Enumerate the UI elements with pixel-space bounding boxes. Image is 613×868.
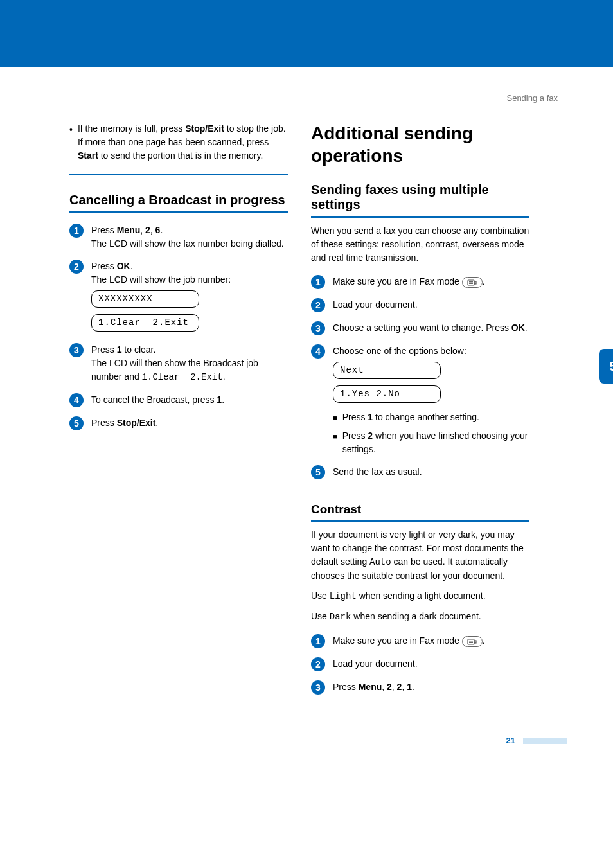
header-band xyxy=(0,0,613,67)
fax-mode-icon xyxy=(462,277,483,288)
additional-sending-heading: Additional sending operations xyxy=(311,122,529,167)
multi-settings-intro: When you send a fax you can choose any c… xyxy=(311,224,529,265)
note-text: If the memory is full, press Stop/Exit t… xyxy=(78,122,288,163)
multi-settings-steps: 1 Make sure you are in Fax mode . 2 Load… xyxy=(311,275,529,479)
step-number-5: 5 xyxy=(69,416,84,430)
cancel-broadcast-heading: Cancelling a Broadcast in progress xyxy=(69,193,288,208)
side-chapter-tab: 5 xyxy=(599,349,613,384)
step-text: Press 1 to clear.The LCD will then show … xyxy=(91,343,288,384)
step-text: Load your document. xyxy=(333,298,529,312)
contrast-para: Use Dark when sending a dark document. xyxy=(311,610,529,624)
sub-step-text: Press 2 when you have finished choosing … xyxy=(342,429,529,456)
heading-rule xyxy=(311,216,529,218)
step-text: Send the fax as usual. xyxy=(333,465,529,479)
step-text: Choose one of the options below: Next 1.… xyxy=(333,344,529,456)
square-bullet: ■ xyxy=(333,411,337,424)
step-number-3: 3 xyxy=(311,321,325,335)
step-text: Make sure you are in Fax mode . xyxy=(333,275,529,289)
contrast-steps: 1 Make sure you are in Fax mode . 2 Load… xyxy=(311,634,529,695)
breadcrumb-link: Sending a fax xyxy=(69,67,569,103)
svg-rect-6 xyxy=(474,641,476,643)
footer-bar xyxy=(523,738,567,744)
step-text: Choose a setting you want to change. Pre… xyxy=(333,321,529,335)
step-text: Press OK.The LCD will show the job numbe… xyxy=(91,260,288,334)
contrast-heading: Contrast xyxy=(311,502,529,517)
lcd-display: XXXXXXXXX xyxy=(91,290,199,308)
step-number-1: 1 xyxy=(311,275,325,289)
step-text: Load your document. xyxy=(333,657,529,671)
step-number-1: 1 xyxy=(311,634,325,648)
step-number-5: 5 xyxy=(311,465,325,479)
sub-step-text: Press 1 to change another setting. xyxy=(342,411,479,424)
right-column: Additional sending operations Sending fa… xyxy=(311,122,529,704)
step-number-2: 2 xyxy=(311,657,325,671)
heading-rule xyxy=(69,211,288,213)
lcd-display: Next xyxy=(333,362,441,379)
step-text: Press Stop/Exit. xyxy=(91,416,288,430)
step-text: Make sure you are in Fax mode . xyxy=(333,634,529,648)
step-number-3: 3 xyxy=(69,343,84,357)
note-block: • If the memory is full, press Stop/Exit… xyxy=(69,122,288,175)
step-number-1: 1 xyxy=(69,224,84,238)
bullet-dot: • xyxy=(69,122,73,163)
svg-rect-1 xyxy=(474,281,476,284)
square-bullet: ■ xyxy=(333,429,337,456)
lcd-display: 1.Clear 2.Exit xyxy=(91,314,199,332)
step-number-2: 2 xyxy=(69,260,84,274)
step-number-4: 4 xyxy=(311,344,325,359)
cancel-broadcast-steps: 1 Press Menu, 2, 6.The LCD will show the… xyxy=(69,224,288,430)
heading-rule xyxy=(311,520,529,522)
step-text: To cancel the Broadcast, press 1. xyxy=(91,393,288,407)
contrast-para: If your document is very light or very d… xyxy=(311,528,529,583)
step-text: Press Menu, 2, 2, 1. xyxy=(333,680,529,695)
step-text: Press Menu, 2, 6.The LCD will show the f… xyxy=(91,224,288,251)
multi-settings-heading: Sending faxes using multiple settings xyxy=(311,182,529,212)
step-number-2: 2 xyxy=(311,298,325,312)
fax-mode-icon xyxy=(462,636,483,647)
contrast-para: Use Light when sending a light document. xyxy=(311,589,529,603)
step-number-4: 4 xyxy=(69,393,84,407)
lcd-display: 1.Yes 2.No xyxy=(333,385,441,403)
step-number-3: 3 xyxy=(311,680,325,695)
footer: 21 xyxy=(69,736,569,745)
left-column: • If the memory is full, press Stop/Exit… xyxy=(69,122,288,704)
page-number: 21 xyxy=(506,736,515,745)
